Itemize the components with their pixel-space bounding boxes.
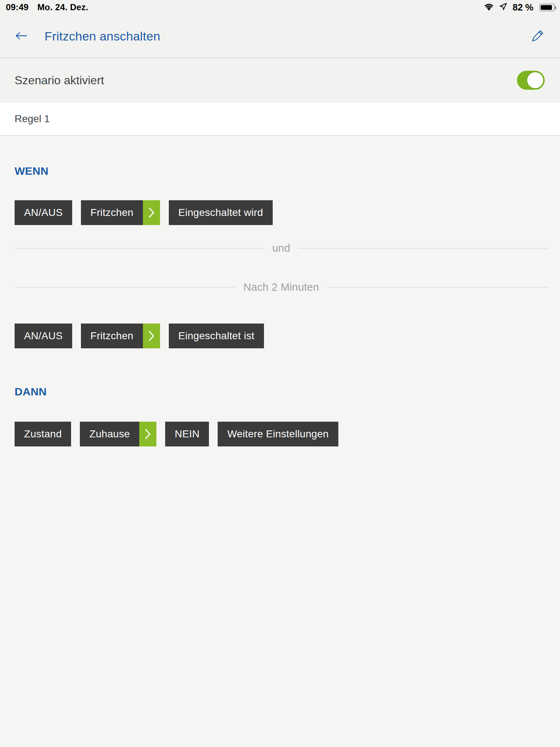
action-settings-button[interactable]: Weitere Einstellungen <box>218 422 338 446</box>
condition2-device-button[interactable]: Fritzchen <box>81 324 160 348</box>
battery-nub <box>555 6 556 9</box>
chevron-right-icon <box>143 200 160 225</box>
and-divider-label: und <box>264 242 298 254</box>
header: Fritzchen anschalten <box>0 15 560 58</box>
wenn-heading: WENN <box>15 136 548 177</box>
battery-percent: 82 % <box>513 2 533 13</box>
condition-row-2: AN/AUS Fritzchen Eingeschaltet ist <box>15 324 548 348</box>
action-target-button[interactable]: Zuhause <box>80 422 156 446</box>
chevron-right-icon <box>139 422 156 446</box>
location-arrow-icon <box>499 2 508 12</box>
condition1-type-button[interactable]: AN/AUS <box>15 200 72 225</box>
rule-label: Regel 1 <box>15 113 50 125</box>
action-type-button[interactable]: Zustand <box>15 422 71 446</box>
scenario-editor-screen: 09:49 Mo. 24. Dez. 82 % <box>0 0 560 747</box>
delay-divider-label[interactable]: Nach 2 Minuten <box>236 281 327 293</box>
condition2-state-button[interactable]: Eingeschaltet ist <box>169 324 264 348</box>
action-value-button[interactable]: NEIN <box>165 422 209 446</box>
status-right: 82 % <box>483 2 555 13</box>
status-left: 09:49 Mo. 24. Dez. <box>6 2 88 12</box>
edit-button[interactable] <box>530 28 545 44</box>
rule-row[interactable]: Regel 1 <box>0 102 560 136</box>
condition1-device-button[interactable]: Fritzchen <box>81 200 160 225</box>
battery-icon <box>539 4 555 11</box>
status-date: Mo. 24. Dez. <box>37 2 88 12</box>
condition-row-1: AN/AUS Fritzchen Eingeschaltet wird <box>15 200 548 225</box>
arrow-left-icon <box>15 31 28 42</box>
delay-divider: Nach 2 Minuten <box>15 281 548 293</box>
condition1-device-label: Fritzchen <box>81 200 143 225</box>
battery-fill <box>541 5 552 10</box>
condition2-type-button[interactable]: AN/AUS <box>15 324 72 348</box>
action-row: Zustand Zuhause NEIN Weitere Einstellung… <box>15 422 548 446</box>
wifi-icon <box>483 3 494 12</box>
scenario-row: Szenario aktiviert <box>0 58 560 102</box>
rule-editor: WENN AN/AUS Fritzchen Eingeschaltet wird… <box>0 136 560 446</box>
back-button[interactable] <box>15 31 29 42</box>
and-divider: und <box>15 242 548 254</box>
scenario-label: Szenario aktiviert <box>15 74 104 87</box>
pencil-icon <box>530 28 545 44</box>
status-time: 09:49 <box>6 2 28 12</box>
status-bar: 09:49 Mo. 24. Dez. 82 % <box>0 0 560 15</box>
dann-heading: DANN <box>15 348 548 398</box>
chevron-right-icon <box>143 324 160 348</box>
page-title: Fritzchen anschalten <box>44 29 530 43</box>
condition2-device-label: Fritzchen <box>81 324 143 348</box>
condition1-state-button[interactable]: Eingeschaltet wird <box>169 200 273 225</box>
scenario-toggle[interactable] <box>517 71 545 90</box>
action-target-label: Zuhause <box>80 422 139 446</box>
toggle-knob <box>526 71 544 89</box>
